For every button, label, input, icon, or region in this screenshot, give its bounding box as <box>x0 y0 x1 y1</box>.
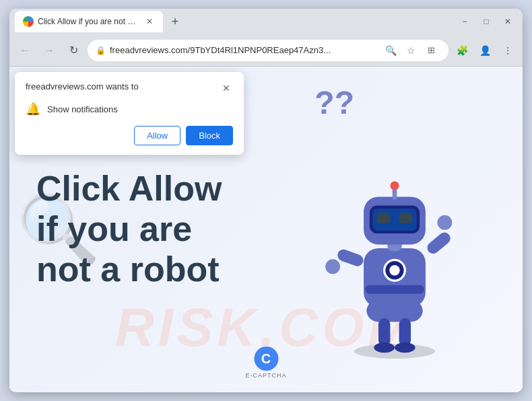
forward-button[interactable]: → <box>39 40 59 61</box>
tab-title: Click Allow if you are not a robot <box>38 17 140 26</box>
url-display: freeadvreviews.com/9TbYDt4Rl1NPNP0REaep4… <box>110 45 377 55</box>
menu-icon: ⋮ <box>503 45 512 56</box>
profile-button[interactable]: 👤 <box>475 41 494 60</box>
page-content: 🔍 Click Allow if you are not a robot RIS… <box>9 67 523 392</box>
lock-icon: 🔒 <box>96 46 106 55</box>
popup-close-icon: ✕ <box>222 83 230 94</box>
notification-popup: freeadvreviews.com wants to ✕ 🔔 Show not… <box>15 72 244 155</box>
bell-icon: 🔔 <box>26 102 40 116</box>
svg-point-6 <box>389 265 399 275</box>
tab-search-icon: ⊞ <box>428 45 435 55</box>
question-marks: ?? <box>314 87 354 119</box>
svg-point-22 <box>395 342 415 353</box>
menu-button[interactable]: ⋮ <box>498 41 517 60</box>
svg-point-8 <box>325 259 340 274</box>
forward-icon: → <box>44 44 55 57</box>
active-tab[interactable]: Click Allow if you are not a robot ✕ <box>15 11 163 32</box>
allow-button[interactable]: Allow <box>134 126 180 145</box>
address-actions: 🔍 ☆ ⊞ <box>381 41 440 60</box>
captcha-icon: C <box>254 347 278 371</box>
popup-permission-row: 🔔 Show notifications <box>26 102 233 116</box>
tab-close-icon: ✕ <box>146 17 153 26</box>
allow-label: Allow <box>147 131 168 141</box>
profile-icon: 👤 <box>479 45 491 56</box>
zoom-icon: 🔍 <box>385 45 397 56</box>
svg-rect-20 <box>399 318 411 347</box>
block-label: Block <box>199 131 220 141</box>
popup-buttons: Allow Block <box>26 126 233 145</box>
window-controls: − □ ✕ <box>455 12 517 31</box>
permission-text: Show notifications <box>47 104 118 114</box>
address-bar: ← → ↻ 🔒 freeadvreviews.com/9TbYDt4Rl1NPN… <box>9 34 523 67</box>
robot-illustration <box>321 123 509 392</box>
page-main-text: Click Allow if you are not a robot <box>36 169 252 289</box>
svg-point-0 <box>354 344 435 359</box>
maximize-icon: □ <box>484 17 488 26</box>
svg-point-18 <box>390 181 399 190</box>
title-bar: Click Allow if you are not a robot ✕ + −… <box>9 9 523 34</box>
captcha-logo: C E-CAPTCHA <box>245 347 286 379</box>
popup-close-button[interactable]: ✕ <box>220 81 233 95</box>
maximize-button[interactable]: □ <box>477 12 496 31</box>
back-button[interactable]: ← <box>15 40 35 61</box>
close-icon: ✕ <box>504 17 511 26</box>
browser-window: Click Allow if you are not a robot ✕ + −… <box>9 9 523 392</box>
extensions-icon: 🧩 <box>457 45 468 56</box>
svg-rect-9 <box>425 230 453 256</box>
svg-point-21 <box>374 342 395 353</box>
minimize-button[interactable]: − <box>455 12 474 31</box>
close-button[interactable]: ✕ <box>498 12 517 31</box>
reload-icon: ↻ <box>69 44 78 57</box>
minimize-icon: − <box>462 17 467 26</box>
tab-area: Click Allow if you are not a robot ✕ + <box>15 11 450 32</box>
svg-rect-15 <box>377 213 391 223</box>
svg-rect-4 <box>365 285 424 294</box>
reload-button[interactable]: ↻ <box>63 40 84 61</box>
extensions-button[interactable]: 🧩 <box>453 41 471 60</box>
tab-search-button[interactable]: ⊞ <box>422 41 440 60</box>
captcha-label: E-CAPTCHA <box>245 372 286 379</box>
star-icon: ☆ <box>407 45 415 56</box>
popup-header: freeadvreviews.com wants to ✕ <box>26 81 233 95</box>
zoom-button[interactable]: 🔍 <box>381 41 400 60</box>
new-tab-button[interactable]: + <box>166 12 185 31</box>
star-button[interactable]: ☆ <box>401 41 420 60</box>
svg-point-10 <box>437 215 452 230</box>
svg-rect-7 <box>336 248 365 268</box>
tab-close-button[interactable]: ✕ <box>144 16 155 27</box>
svg-rect-16 <box>399 213 413 223</box>
popup-title: freeadvreviews.com wants to <box>26 81 139 92</box>
svg-rect-19 <box>378 318 391 347</box>
tab-favicon <box>23 16 34 27</box>
address-input-wrapper[interactable]: 🔒 freeadvreviews.com/9TbYDt4Rl1NPNP0REae… <box>88 40 448 61</box>
new-tab-icon: + <box>172 15 179 29</box>
back-icon: ← <box>20 44 30 57</box>
block-button[interactable]: Block <box>186 126 233 145</box>
